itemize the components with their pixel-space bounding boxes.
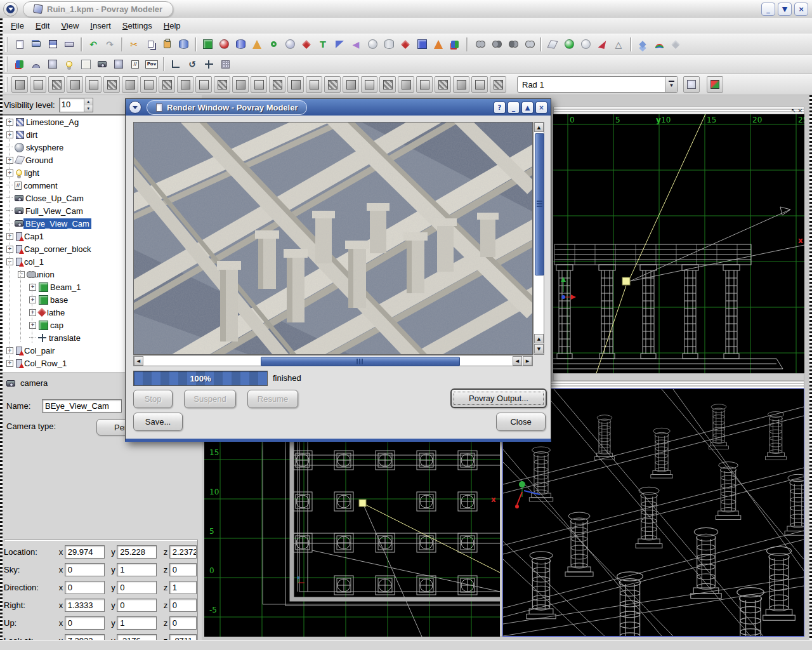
bumps-pattern-button[interactable] xyxy=(398,76,414,93)
disc-button[interactable] xyxy=(577,36,594,53)
scroll-right-button[interactable]: ▶ xyxy=(523,356,532,366)
text-object-button[interactable]: T xyxy=(315,36,331,53)
crackle-pattern-button[interactable] xyxy=(195,76,212,93)
redo-button[interactable]: ↷ xyxy=(102,36,118,53)
csg-merge-button[interactable] xyxy=(520,36,537,53)
dialog-help-button[interactable]: ? xyxy=(494,102,506,114)
delete-button[interactable] xyxy=(175,36,192,53)
blob-button[interactable] xyxy=(282,36,298,53)
tree-expander[interactable]: + xyxy=(6,246,13,253)
menu-insert[interactable]: Insert xyxy=(84,19,117,32)
visibility-level-value[interactable]: 10 xyxy=(60,98,84,112)
mesh-array-button[interactable] xyxy=(217,56,233,72)
bicubic-patch-button[interactable] xyxy=(594,36,610,53)
brick-pattern-button[interactable] xyxy=(343,76,359,93)
declare-button[interactable] xyxy=(447,36,463,53)
scale-button[interactable] xyxy=(200,56,217,72)
tree-expander[interactable]: + xyxy=(6,347,13,354)
agate-pattern-button[interactable] xyxy=(67,76,83,93)
horizontal-scroll-thumb[interactable] xyxy=(261,357,460,366)
close-button[interactable]: × xyxy=(794,3,808,16)
tree-expander[interactable]: + xyxy=(6,169,13,176)
resume-button[interactable]: Resume xyxy=(247,390,298,408)
right-x-field[interactable]: 1.3333 xyxy=(65,599,105,612)
menu-help[interactable]: Help xyxy=(158,19,187,32)
menu-file[interactable]: File xyxy=(5,19,30,32)
granite-pattern-button[interactable] xyxy=(177,76,193,93)
direction-z-field[interactable]: 1 xyxy=(169,581,197,594)
csg-union-button[interactable] xyxy=(471,36,487,53)
waves-pattern-button[interactable] xyxy=(379,76,396,93)
marble-pattern-button[interactable] xyxy=(159,76,175,93)
wood-pattern-button[interactable] xyxy=(306,76,322,93)
toolbar-handle[interactable] xyxy=(5,77,8,92)
location-x-field[interactable]: 29.974 xyxy=(65,545,105,559)
povray-output-button[interactable]: Povray Output... xyxy=(450,388,547,408)
translate-button[interactable] xyxy=(167,56,184,72)
image-map-button[interactable] xyxy=(490,76,506,93)
scroll-down-button[interactable]: ▼ xyxy=(534,344,544,354)
tree-expander[interactable]: + xyxy=(29,296,36,303)
tree-expander[interactable]: + xyxy=(6,157,13,164)
viewport-close-button[interactable]: × xyxy=(797,107,802,114)
stop-button[interactable]: Stop xyxy=(133,390,173,408)
vertical-scroll-thumb[interactable] xyxy=(535,133,544,275)
direction-x-field[interactable]: 0 xyxy=(65,581,105,594)
scroll-up-button-2[interactable]: ▲ xyxy=(534,334,544,343)
viewport-restore-button[interactable]: ↖ xyxy=(791,107,796,114)
copy-button[interactable] xyxy=(142,36,159,53)
visibility-level-spinner[interactable]: 10 ▲ ▼ xyxy=(59,98,93,112)
sky-x-field[interactable]: 0 xyxy=(65,563,105,576)
tree-expander[interactable]: − xyxy=(6,258,13,265)
quadric-button[interactable] xyxy=(561,36,577,53)
camera-button[interactable] xyxy=(94,56,110,72)
comment-button[interactable]: // xyxy=(127,56,143,72)
radiosity-combobox[interactable]: Rad 1▼ xyxy=(517,76,678,93)
menu-edit[interactable]: Edit xyxy=(30,19,55,32)
viewport-top-right-titlebar[interactable]: ↖× xyxy=(553,107,804,114)
wrinkles-pattern-button[interactable] xyxy=(232,76,249,93)
prism-button[interactable] xyxy=(430,36,447,53)
light-source-button[interactable] xyxy=(61,56,77,72)
gradient-pattern-button[interactable] xyxy=(11,76,28,93)
sphere-button[interactable] xyxy=(216,36,232,53)
fog-button[interactable] xyxy=(667,36,684,53)
dialog-titlebar[interactable]: Render Window - Povray Modeler ?_▲× xyxy=(126,99,551,116)
rainbow-button[interactable] xyxy=(651,36,667,53)
undo-button[interactable]: ↶ xyxy=(85,36,102,53)
new-file-button[interactable] xyxy=(11,36,28,53)
color-list-map-button[interactable] xyxy=(103,76,120,93)
tree-expander[interactable]: + xyxy=(6,360,13,367)
pov-declaration-button[interactable]: Pov xyxy=(143,56,160,72)
height-field-button[interactable] xyxy=(331,36,348,53)
render-button[interactable] xyxy=(707,76,723,93)
pigment-map-button[interactable] xyxy=(287,76,304,93)
direction-y-field[interactable]: 0 xyxy=(117,581,157,594)
blob-sphere-button[interactable] xyxy=(364,36,381,53)
superellipsoid-button[interactable] xyxy=(414,36,430,53)
location-z-field[interactable]: 2.2372 xyxy=(169,545,197,559)
color-map-button[interactable] xyxy=(214,76,230,93)
lathe-button[interactable] xyxy=(397,36,414,53)
plane-button[interactable] xyxy=(544,36,561,53)
spin-up-button[interactable]: ▲ xyxy=(84,98,93,105)
open-file-button[interactable] xyxy=(28,36,44,53)
bozo-pattern-button[interactable] xyxy=(30,76,46,93)
location-y-field[interactable]: 25.228 xyxy=(117,545,157,559)
cone-button[interactable] xyxy=(249,36,265,53)
paste-button[interactable] xyxy=(159,36,175,53)
tree-expander[interactable]: + xyxy=(6,119,13,126)
render-horizontal-scrollbar[interactable]: ◀ ◀ ▶ xyxy=(133,355,533,366)
dialog-close-button[interactable]: × xyxy=(535,102,547,114)
sky-y-field[interactable]: 1 xyxy=(117,563,157,576)
csg-intersection-button[interactable] xyxy=(487,36,504,53)
leopard-pattern-button[interactable] xyxy=(122,76,138,93)
box-object-button[interactable] xyxy=(77,56,94,72)
combobox-dropdown-button[interactable]: ▼ xyxy=(665,77,678,92)
scroll-left-button-2[interactable]: ◀ xyxy=(513,356,522,366)
toolbar-handle[interactable] xyxy=(5,37,8,52)
suspend-button[interactable]: Suspend xyxy=(184,390,236,408)
render-image[interactable] xyxy=(133,122,533,355)
rotate-button[interactable]: ↺ xyxy=(184,56,200,72)
onion-pattern-button[interactable] xyxy=(140,76,157,93)
